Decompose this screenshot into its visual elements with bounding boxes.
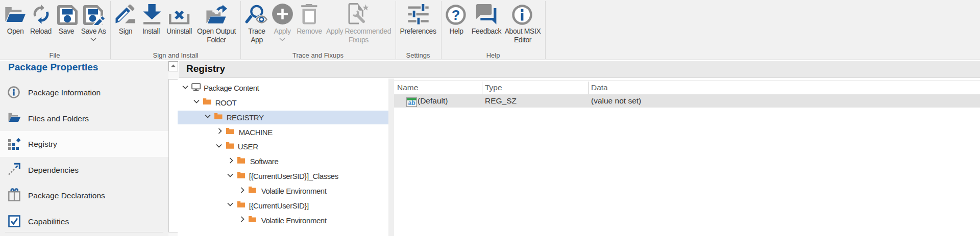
svg-text:?: ? (452, 8, 460, 23)
svg-text:ab: ab (408, 99, 415, 106)
